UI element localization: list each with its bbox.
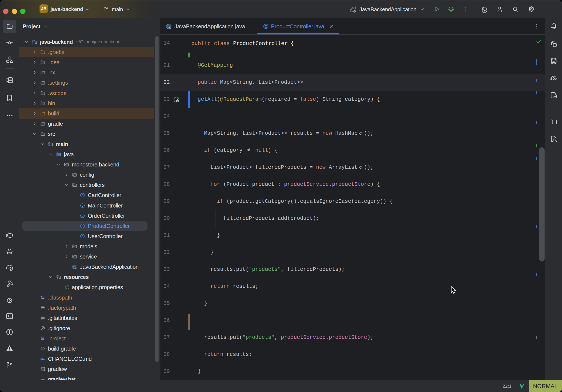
svg-text:M: M: [40, 357, 43, 361]
svg-text:C: C: [82, 204, 83, 207]
svg-text:C: C: [82, 194, 83, 197]
svg-text:C: C: [265, 25, 267, 28]
svg-text:C: C: [82, 214, 83, 217]
svg-text:C: C: [82, 225, 83, 228]
svg-text:C: C: [82, 235, 83, 238]
